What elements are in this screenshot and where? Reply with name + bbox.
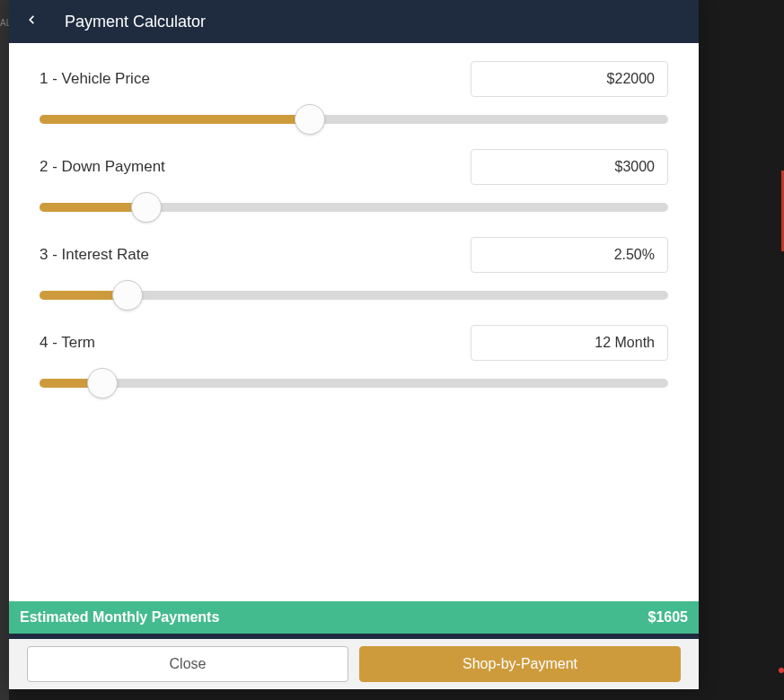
- term-row: 4 - Term: [40, 325, 668, 361]
- down-payment-label: 2 - Down Payment: [40, 158, 165, 176]
- modal-header: Payment Calculator: [9, 0, 699, 43]
- term-slider[interactable]: [40, 377, 668, 389]
- backdrop-side: AL: [0, 0, 9, 700]
- slider-thumb[interactable]: [112, 280, 143, 311]
- slider-fill: [40, 115, 310, 124]
- term-label: 4 - Term: [40, 334, 95, 352]
- slider-track: [40, 379, 668, 388]
- term-input[interactable]: [471, 325, 668, 361]
- down-payment-input[interactable]: [471, 149, 668, 185]
- interest-rate-slider[interactable]: [40, 289, 668, 302]
- modal-body: 1 - Vehicle Price 2 - Down Payment 3 - I…: [9, 43, 699, 601]
- vehicle-price-label: 1 - Vehicle Price: [40, 70, 150, 88]
- slider-thumb[interactable]: [131, 192, 162, 223]
- modal-footer: Close Shop-by-Payment: [9, 639, 699, 689]
- vehicle-price-slider[interactable]: [40, 113, 668, 126]
- payment-calculator-modal: Payment Calculator 1 - Vehicle Price 2 -…: [9, 0, 699, 689]
- interest-rate-label: 3 - Interest Rate: [40, 246, 149, 264]
- shop-by-payment-button[interactable]: Shop-by-Payment: [359, 646, 681, 682]
- down-payment-row: 2 - Down Payment: [40, 149, 668, 185]
- backdrop-dot: [779, 668, 784, 673]
- slider-thumb[interactable]: [87, 368, 118, 398]
- summary-value: $1605: [648, 609, 689, 626]
- modal-title: Payment Calculator: [65, 13, 206, 31]
- summary-bar: Estimated Monthly Payments $1605: [9, 601, 699, 634]
- close-button[interactable]: Close: [27, 646, 348, 682]
- down-payment-slider[interactable]: [40, 201, 668, 214]
- interest-rate-row: 3 - Interest Rate: [40, 237, 668, 273]
- vehicle-price-row: 1 - Vehicle Price: [40, 61, 668, 97]
- interest-rate-input[interactable]: [471, 237, 668, 273]
- back-icon[interactable]: [25, 11, 38, 32]
- summary-label: Estimated Monthly Payments: [20, 609, 219, 626]
- slider-thumb[interactable]: [295, 104, 325, 135]
- vehicle-price-input[interactable]: [471, 61, 668, 97]
